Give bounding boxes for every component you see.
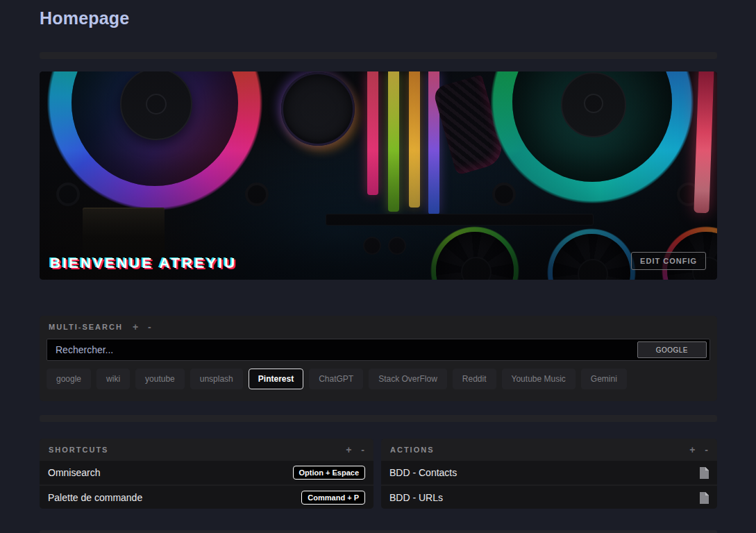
- engine-tab-gemini[interactable]: Gemini: [581, 369, 627, 389]
- action-label: BDD - Contacts: [389, 467, 457, 478]
- multi-search-title: MULTI-SEARCH: [49, 323, 123, 331]
- shortcuts-header: SHORTCUTS + -: [40, 439, 373, 459]
- page-title: Homepage: [40, 8, 129, 28]
- action-row-bdd-contacts[interactable]: BDD - Contacts: [381, 461, 717, 484]
- search-submit-button[interactable]: GOOGLE: [637, 341, 707, 358]
- engine-tab-reddit[interactable]: Reddit: [453, 369, 496, 389]
- engine-tab-pinterest[interactable]: Pinterest: [249, 369, 303, 389]
- engine-tab-wiki[interactable]: wiki: [96, 369, 130, 389]
- collapsed-section-bar-top: [40, 52, 717, 59]
- engine-tab-youtube-music[interactable]: Youtube Music: [502, 369, 576, 389]
- hero-shade-overlay: [40, 71, 717, 280]
- action-row-bdd-urls[interactable]: BDD - URLs: [381, 486, 717, 509]
- engine-tab-chatgpt[interactable]: ChatGPT: [309, 369, 363, 389]
- collapse-widget-button[interactable]: -: [148, 322, 151, 332]
- engine-tabs: google wiki youtube unsplash Pinterest C…: [47, 369, 710, 389]
- add-widget-button[interactable]: +: [689, 445, 695, 455]
- actions-panel: ACTIONS + - BDD - Contacts BDD - URLs: [381, 439, 717, 509]
- shortcut-label: Palette de commande: [48, 492, 142, 503]
- shortcut-key-badge: Option + Espace: [293, 466, 366, 480]
- shortcut-row-command-palette[interactable]: Palette de commande Command + P: [40, 486, 373, 509]
- collapse-widget-button[interactable]: -: [705, 445, 708, 455]
- engine-tab-unsplash[interactable]: unsplash: [190, 369, 243, 389]
- engine-tab-stackoverflow[interactable]: Stack OverFlow: [369, 369, 447, 389]
- search-input[interactable]: [47, 339, 710, 361]
- shortcuts-panel: SHORTCUTS + - Omnisearch Option + Espace…: [40, 439, 373, 509]
- add-widget-button[interactable]: +: [133, 322, 138, 332]
- file-icon: [699, 467, 709, 479]
- action-label: BDD - URLs: [389, 492, 443, 503]
- shortcut-key-badge: Command + P: [301, 491, 365, 505]
- hero-banner: BIENVENUE ATREYIU EDIT CONFIG: [40, 71, 717, 280]
- search-bar: GOOGLE: [47, 339, 710, 361]
- actions-title: ACTIONS: [390, 446, 435, 454]
- collapsed-section-bar-middle: [40, 415, 717, 422]
- shortcuts-title: SHORTCUTS: [49, 446, 108, 454]
- edit-config-button[interactable]: EDIT CONFIG: [631, 252, 706, 270]
- multi-search-panel: MULTI-SEARCH + - GOOGLE google wiki yout…: [40, 316, 717, 401]
- collapse-widget-button[interactable]: -: [361, 445, 364, 455]
- engine-tab-youtube[interactable]: youtube: [135, 369, 185, 389]
- actions-header: ACTIONS + -: [381, 439, 717, 459]
- engine-tab-google[interactable]: google: [47, 369, 91, 389]
- shortcut-label: Omnisearch: [48, 467, 100, 478]
- welcome-text: BIENVENUE ATREYIU: [50, 255, 237, 271]
- shortcut-row-omnisearch[interactable]: Omnisearch Option + Espace: [40, 461, 373, 484]
- multi-search-header: MULTI-SEARCH + -: [40, 316, 717, 337]
- add-widget-button[interactable]: +: [346, 445, 351, 455]
- file-icon: [699, 492, 709, 504]
- collapsed-section-bar-bottom: [40, 530, 717, 533]
